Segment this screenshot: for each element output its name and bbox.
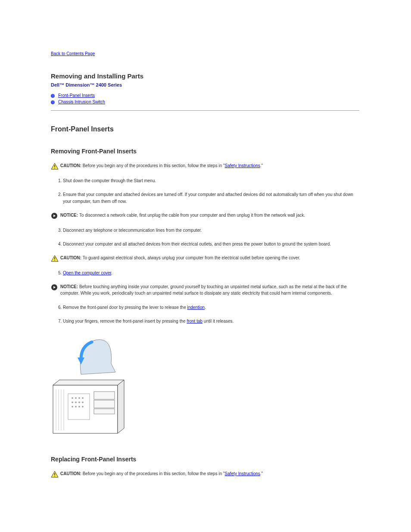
page-title: Removing and Installing Parts bbox=[51, 72, 359, 80]
svg-point-24 bbox=[82, 397, 84, 399]
notice-callout: NOTICE: Before touching anything inside … bbox=[51, 283, 359, 296]
svg-point-29 bbox=[72, 406, 73, 408]
caution-label: CAUTION: bbox=[60, 163, 83, 168]
svg-point-22 bbox=[75, 397, 77, 399]
svg-rect-1 bbox=[54, 165, 55, 167]
caution-body: Before you begin any of the procedures i… bbox=[83, 471, 225, 476]
notice-label: NOTICE: bbox=[60, 284, 79, 289]
step-item: Disconnect your computer and all attache… bbox=[63, 241, 359, 248]
step-after: . bbox=[111, 271, 112, 275]
step-item: Open the computer cover. bbox=[63, 270, 359, 277]
svg-rect-6 bbox=[54, 257, 55, 259]
step-item: Ensure that your computer and attached d… bbox=[63, 191, 359, 205]
caution-link[interactable]: Safety Instructions bbox=[225, 471, 260, 476]
toc-item: Front-Panel Inserts bbox=[51, 93, 359, 98]
caution-icon bbox=[51, 471, 59, 478]
section-heading-front-panel: Front-Panel Inserts bbox=[51, 125, 359, 133]
svg-rect-35 bbox=[54, 473, 55, 475]
caution-callout: CAUTION: Before you begin any of the pro… bbox=[51, 470, 359, 478]
caution-icon bbox=[51, 255, 59, 262]
notice-icon bbox=[51, 284, 59, 291]
notice-body: To disconnect a network cable, first unp… bbox=[79, 213, 305, 218]
svg-point-32 bbox=[82, 406, 84, 408]
subheading-remove: Removing Front-Panel Inserts bbox=[51, 148, 359, 155]
caution-body: Before you begin any of the procedures i… bbox=[83, 163, 225, 168]
toc-link-chassis-intrusion[interactable]: Chassis Intrusion Switch bbox=[58, 100, 105, 104]
caution-icon bbox=[51, 163, 59, 170]
svg-point-25 bbox=[72, 401, 73, 403]
caution-body: To guard against electrical shock, alway… bbox=[83, 255, 300, 260]
step-link-front-tab[interactable]: front tab bbox=[187, 319, 202, 324]
step-text: Remove the front-panel door by pressing … bbox=[63, 305, 187, 310]
notice-text: NOTICE: Before touching anything inside … bbox=[60, 283, 359, 296]
svg-marker-11 bbox=[53, 380, 124, 385]
svg-point-23 bbox=[78, 397, 80, 399]
step-item: Disconnect any telephone or telecommunic… bbox=[63, 227, 359, 234]
caution-link[interactable]: Safety Instructions bbox=[225, 163, 260, 168]
notice-label: NOTICE: bbox=[60, 213, 79, 218]
svg-marker-12 bbox=[118, 380, 124, 433]
step-list-a: Shut down the computer through the Start… bbox=[51, 177, 359, 205]
step-list-b: Disconnect any telephone or telecommunic… bbox=[51, 227, 359, 248]
notice-icon bbox=[51, 212, 59, 219]
step-after: . bbox=[205, 305, 206, 310]
step-text: Using your fingers, remove the front-pan… bbox=[63, 319, 187, 324]
toc-link-front-panel[interactable]: Front-Panel Inserts bbox=[58, 93, 95, 98]
subheading-replace: Replacing Front-Panel Inserts bbox=[51, 456, 359, 463]
svg-point-27 bbox=[78, 401, 80, 403]
caution-after: ." bbox=[260, 163, 263, 168]
step-link-open-cover[interactable]: Open the computer cover bbox=[63, 271, 111, 275]
step-item: Using your fingers, remove the front-pan… bbox=[63, 318, 359, 325]
svg-point-26 bbox=[75, 401, 77, 403]
caution-text: CAUTION: To guard against electrical sho… bbox=[60, 255, 300, 261]
svg-point-31 bbox=[78, 406, 80, 408]
step-item: Remove the front-panel door by pressing … bbox=[63, 304, 359, 311]
section-divider bbox=[51, 110, 359, 111]
back-link[interactable]: Back to Contents Page bbox=[51, 51, 95, 56]
svg-point-30 bbox=[75, 406, 77, 408]
caution-after: ." bbox=[260, 471, 263, 476]
caution-callout: CAUTION: Before you begin any of the pro… bbox=[51, 162, 359, 170]
step-list-c: Open the computer cover. bbox=[51, 270, 359, 277]
svg-rect-2 bbox=[54, 168, 55, 169]
page-subtitle: Dell™ Dimension™ 2400 Series bbox=[51, 82, 359, 87]
notice-callout: NOTICE: To disconnect a network cable, f… bbox=[51, 212, 359, 219]
svg-point-28 bbox=[82, 401, 84, 403]
svg-rect-7 bbox=[54, 260, 55, 261]
toc-list: Front-Panel Inserts Chassis Intrusion Sw… bbox=[51, 93, 359, 104]
svg-rect-19 bbox=[94, 409, 115, 414]
svg-rect-17 bbox=[94, 392, 115, 399]
step-link-indention[interactable]: indention bbox=[187, 305, 205, 310]
notice-text: NOTICE: To disconnect a network cable, f… bbox=[60, 212, 305, 218]
caution-text: CAUTION: Before you begin any of the pro… bbox=[60, 470, 263, 477]
caution-label: CAUTION: bbox=[60, 471, 83, 476]
svg-rect-36 bbox=[54, 476, 55, 477]
toc-item: Chassis Intrusion Switch bbox=[51, 99, 359, 104]
caution-callout: CAUTION: To guard against electrical sho… bbox=[51, 255, 359, 262]
caution-text: CAUTION: Before you begin any of the pro… bbox=[60, 162, 263, 169]
step-item: Shut down the computer through the Start… bbox=[63, 177, 359, 184]
figure-computer-cover bbox=[51, 333, 359, 442]
svg-point-21 bbox=[72, 397, 73, 399]
step-after: until it releases. bbox=[202, 319, 234, 324]
notice-body: Before touching anything inside your com… bbox=[60, 284, 347, 296]
step-list-d: Remove the front-panel door by pressing … bbox=[51, 304, 359, 325]
caution-label: CAUTION: bbox=[60, 255, 83, 260]
svg-rect-18 bbox=[94, 400, 115, 408]
